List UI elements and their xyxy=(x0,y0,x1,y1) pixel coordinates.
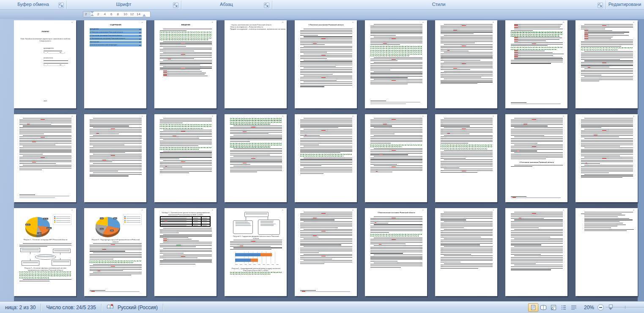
word-count[interactable]: Число слов: 24/5 235 xyxy=(41,305,101,310)
text-line xyxy=(444,255,493,256)
ribbon-group-1[interactable]: Буфер обмена xyxy=(0,0,66,9)
cell-content-line xyxy=(194,222,198,223)
list-line xyxy=(514,54,564,54)
text-line xyxy=(511,262,563,262)
dialog-launcher-button[interactable] xyxy=(173,3,178,8)
view-outline-button[interactable] xyxy=(559,303,569,312)
view-web-layout-button[interactable] xyxy=(548,303,559,312)
document-page[interactable]: СОДЕРЖАНИЕВВЕДЕНИЕ1 Полезные ископаемые … xyxy=(84,20,146,108)
document-page[interactable] xyxy=(365,114,427,202)
document-page[interactable] xyxy=(435,114,497,202)
zoom-level-button[interactable]: 20% xyxy=(581,305,597,310)
document-page[interactable] xyxy=(154,114,216,202)
toc-entry[interactable]: ВВЕДЕНИЕ xyxy=(90,28,142,31)
text-line xyxy=(581,70,633,71)
view-full-screen-reading-button[interactable] xyxy=(538,303,548,312)
text-line xyxy=(581,124,633,125)
language-indicator[interactable]: Русский (Россия) xyxy=(116,305,163,310)
legend-label-line xyxy=(56,217,70,217)
zoom-slider-track[interactable] xyxy=(606,303,644,312)
text-line xyxy=(581,146,620,146)
text-line xyxy=(90,160,142,161)
text-line xyxy=(90,254,142,255)
dialog-launcher-button[interactable] xyxy=(597,3,603,8)
document-page[interactable]: Таблица 1 - Сравнительные данные основны… xyxy=(154,208,216,296)
ruler-number: 8 xyxy=(117,12,119,16)
zoom-out-button[interactable] xyxy=(597,304,604,310)
text-line xyxy=(511,217,563,217)
spelling-mark xyxy=(181,43,185,44)
document-page[interactable]: ВВЕДЕНИЕ xyxy=(154,20,216,108)
document-page[interactable]: Рисунок 4 - Содержание фундаментального … xyxy=(225,208,287,296)
zoom-slider-thumb[interactable] xyxy=(609,305,613,310)
document-page[interactable]: РЕФЕРАТТема: Полезные ископаемые родного… xyxy=(14,20,76,108)
ribbon-group-2[interactable]: Шрифт xyxy=(66,0,181,9)
document-page[interactable] xyxy=(505,208,567,296)
first-line-indent-icon[interactable] xyxy=(90,11,94,14)
text-line xyxy=(370,164,397,165)
text-line xyxy=(514,29,563,29)
spelling-mark xyxy=(163,240,167,241)
zoom-slider[interactable] xyxy=(597,303,644,312)
document-page[interactable] xyxy=(505,20,567,108)
document-page[interactable] xyxy=(435,208,497,296)
text-line xyxy=(370,239,422,239)
horizontal-ruler[interactable]: 2 2468101214 xyxy=(83,11,151,17)
document-page[interactable] xyxy=(575,20,638,108)
proofing-error-icon[interactable] xyxy=(101,304,116,311)
ribbon-group-5[interactable]: Редактировани xyxy=(606,0,644,9)
text-line xyxy=(90,157,142,157)
toc-entry[interactable]: 1 Полезные ископаемые Рязанской области xyxy=(90,31,142,34)
text-line xyxy=(300,77,352,77)
toc-entry[interactable]: Список использованной литературы xyxy=(90,44,142,47)
spelling-mark xyxy=(584,35,588,36)
text-line xyxy=(370,241,422,241)
text-line xyxy=(160,138,199,138)
toc-entry[interactable]: 3 Экологическое состояние Рязанской обла… xyxy=(90,38,142,40)
document-page[interactable]: 1 Полезные ископаемые Рязанской области xyxy=(295,20,357,108)
text-line xyxy=(304,68,352,68)
dialog-launcher-button[interactable] xyxy=(58,3,64,8)
text-line xyxy=(511,131,563,131)
ribbon-group-4[interactable]: Стили xyxy=(272,0,606,9)
page-indicator[interactable]: ница: 2 из 30 xyxy=(0,305,41,310)
hanging-indent-icon[interactable] xyxy=(90,14,94,16)
document-page[interactable] xyxy=(575,208,638,296)
toc-entry[interactable]: Заключение xyxy=(90,41,142,44)
text-line xyxy=(444,159,493,160)
document-page[interactable]: 3 Экологическое состояние Рязанской обла… xyxy=(365,208,427,296)
diagram-box xyxy=(233,220,253,234)
document-page[interactable] xyxy=(295,208,357,296)
text-line xyxy=(441,266,493,267)
document-page[interactable]: 2 Состояние экономики Рязанской области xyxy=(505,114,567,202)
document-page[interactable] xyxy=(225,114,287,202)
spelling-mark xyxy=(392,150,396,151)
document-page[interactable] xyxy=(14,114,76,202)
text-line xyxy=(511,135,544,136)
view-print-layout-button[interactable] xyxy=(528,303,538,312)
dialog-launcher-button[interactable] xyxy=(264,3,269,8)
text-line xyxy=(230,169,282,169)
document-page[interactable] xyxy=(575,114,638,202)
document-page[interactable] xyxy=(365,20,427,108)
document-page[interactable]: 26.3%16.4%7.3%46.6%Рисунок 1 - Основные … xyxy=(14,208,76,296)
view-draft-button[interactable] xyxy=(569,303,579,312)
indent-marker[interactable] xyxy=(90,11,94,17)
ribbon-group-3[interactable]: Абзац xyxy=(181,0,272,9)
text-line xyxy=(441,55,493,56)
document-page[interactable] xyxy=(435,20,497,108)
right-indent-icon[interactable] xyxy=(143,14,146,16)
table-row xyxy=(160,224,210,226)
document-page[interactable] xyxy=(84,114,146,202)
document-page[interactable]: 30%27%21%22%Рисунок 3 - Подструктура отр… xyxy=(84,208,146,296)
legend-label-line xyxy=(126,220,140,221)
text-line xyxy=(93,243,142,244)
text-line xyxy=(370,140,422,140)
text-line xyxy=(441,155,493,155)
document-page[interactable]: Оценка экологического состояния Рязанско… xyxy=(225,20,287,108)
text-line xyxy=(160,135,212,135)
toc-entry[interactable]: 2 Состояние экономики Рязанской области xyxy=(90,35,142,37)
document-page[interactable] xyxy=(295,114,357,202)
list-line xyxy=(163,71,202,71)
legend-label-line xyxy=(56,222,70,222)
